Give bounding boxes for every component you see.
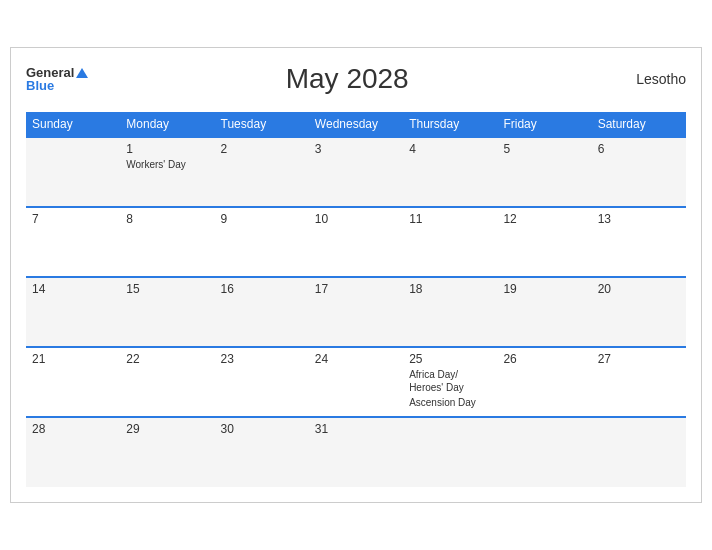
- calendar-week-row: 78910111213: [26, 207, 686, 277]
- day-number: 11: [409, 212, 491, 226]
- calendar-cell: 18: [403, 277, 497, 347]
- weekday-header: Wednesday: [309, 112, 403, 137]
- calendar-cell: 28: [26, 417, 120, 487]
- day-number: 15: [126, 282, 208, 296]
- calendar-cell: 3: [309, 137, 403, 207]
- day-number: 20: [598, 282, 680, 296]
- calendar-cell: 7: [26, 207, 120, 277]
- day-number: 30: [221, 422, 303, 436]
- day-number: 9: [221, 212, 303, 226]
- calendar-cell: 25Africa Day/ Heroes' Day Ascension Day: [403, 347, 497, 417]
- day-number: 23: [221, 352, 303, 366]
- calendar-cell: 15: [120, 277, 214, 347]
- calendar-cell: 5: [497, 137, 591, 207]
- calendar-cell: 6: [592, 137, 686, 207]
- weekday-header: Tuesday: [215, 112, 309, 137]
- logo-triangle-icon: [76, 68, 88, 78]
- logo-blue-text: Blue: [26, 79, 54, 92]
- calendar-cell: 2: [215, 137, 309, 207]
- day-number: 17: [315, 282, 397, 296]
- calendar-table: SundayMondayTuesdayWednesdayThursdayFrid…: [26, 112, 686, 487]
- calendar-body: 1Workers' Day234567891011121314151617181…: [26, 137, 686, 487]
- country-label: Lesotho: [606, 71, 686, 87]
- day-number: 28: [32, 422, 114, 436]
- calendar-week-row: 14151617181920: [26, 277, 686, 347]
- calendar-header-row: SundayMondayTuesdayWednesdayThursdayFrid…: [26, 112, 686, 137]
- day-number: 8: [126, 212, 208, 226]
- calendar-cell: 30: [215, 417, 309, 487]
- calendar-cell: 24: [309, 347, 403, 417]
- calendar-cell: 11: [403, 207, 497, 277]
- calendar-cell: 27: [592, 347, 686, 417]
- calendar-cell: 10: [309, 207, 403, 277]
- day-number: 5: [503, 142, 585, 156]
- day-number: 16: [221, 282, 303, 296]
- calendar-cell: 19: [497, 277, 591, 347]
- day-number: 31: [315, 422, 397, 436]
- day-number: 6: [598, 142, 680, 156]
- calendar-cell: 29: [120, 417, 214, 487]
- calendar-cell: 31: [309, 417, 403, 487]
- calendar-week-row: 28293031: [26, 417, 686, 487]
- day-number: 7: [32, 212, 114, 226]
- calendar-cell: 4: [403, 137, 497, 207]
- day-number: 10: [315, 212, 397, 226]
- day-number: 25: [409, 352, 491, 366]
- day-number: 26: [503, 352, 585, 366]
- calendar-cell: 14: [26, 277, 120, 347]
- calendar-container: General Blue May 2028 Lesotho SundayMond…: [10, 47, 702, 503]
- day-number: 19: [503, 282, 585, 296]
- calendar-title: May 2028: [88, 63, 606, 95]
- calendar-cell: 1Workers' Day: [120, 137, 214, 207]
- calendar-week-row: 2122232425Africa Day/ Heroes' Day Ascens…: [26, 347, 686, 417]
- day-number: 22: [126, 352, 208, 366]
- calendar-week-row: 1Workers' Day23456: [26, 137, 686, 207]
- calendar-cell: 26: [497, 347, 591, 417]
- calendar-cell: 16: [215, 277, 309, 347]
- calendar-cell: 12: [497, 207, 591, 277]
- day-number: 29: [126, 422, 208, 436]
- weekday-header: Sunday: [26, 112, 120, 137]
- day-number: 24: [315, 352, 397, 366]
- day-number: 27: [598, 352, 680, 366]
- day-number: 18: [409, 282, 491, 296]
- logo: General Blue: [26, 66, 88, 92]
- day-number: 13: [598, 212, 680, 226]
- day-number: 14: [32, 282, 114, 296]
- day-number: 2: [221, 142, 303, 156]
- day-number: 3: [315, 142, 397, 156]
- day-number: 1: [126, 142, 208, 156]
- weekday-header: Saturday: [592, 112, 686, 137]
- weekday-header: Friday: [497, 112, 591, 137]
- day-number: 12: [503, 212, 585, 226]
- calendar-cell: 13: [592, 207, 686, 277]
- calendar-cell: 21: [26, 347, 120, 417]
- calendar-cell: [497, 417, 591, 487]
- event-label: Workers' Day: [126, 158, 208, 171]
- day-number: 4: [409, 142, 491, 156]
- day-number: 21: [32, 352, 114, 366]
- calendar-cell: 9: [215, 207, 309, 277]
- calendar-cell: 22: [120, 347, 214, 417]
- calendar-cell: [403, 417, 497, 487]
- calendar-cell: 23: [215, 347, 309, 417]
- weekday-header: Thursday: [403, 112, 497, 137]
- event-label: Ascension Day: [409, 396, 491, 409]
- calendar-header: General Blue May 2028 Lesotho: [26, 58, 686, 100]
- calendar-cell: [26, 137, 120, 207]
- event-label: Africa Day/ Heroes' Day: [409, 368, 491, 394]
- calendar-cell: 20: [592, 277, 686, 347]
- calendar-cell: 8: [120, 207, 214, 277]
- calendar-cell: [592, 417, 686, 487]
- weekday-header: Monday: [120, 112, 214, 137]
- calendar-cell: 17: [309, 277, 403, 347]
